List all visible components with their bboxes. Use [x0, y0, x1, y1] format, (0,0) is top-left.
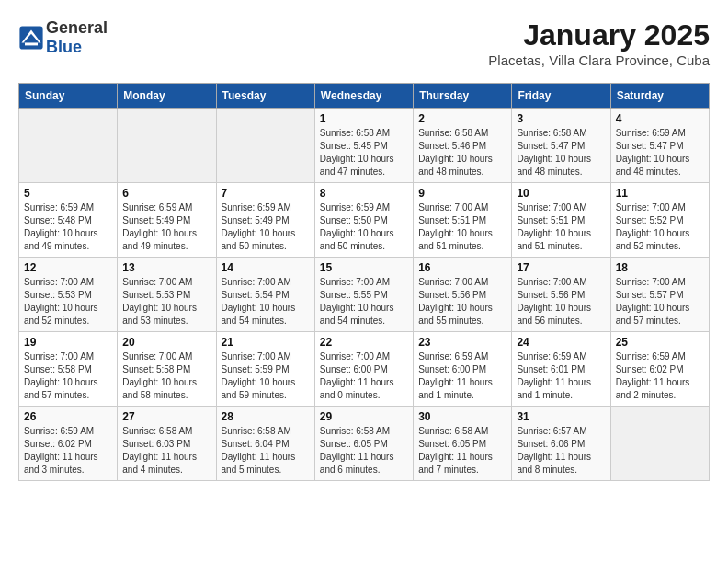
day-number: 3	[517, 112, 605, 125]
calendar-cell: 22Sunrise: 7:00 AM Sunset: 6:00 PM Dayli…	[314, 332, 413, 407]
week-row: 26Sunrise: 6:59 AM Sunset: 6:02 PM Dayli…	[19, 407, 710, 481]
page-title: January 2025	[488, 18, 710, 52]
day-detail: Sunrise: 7:00 AM Sunset: 5:58 PM Dayligh…	[24, 350, 112, 402]
day-detail: Sunrise: 6:58 AM Sunset: 6:03 PM Dayligh…	[122, 425, 210, 477]
day-detail: Sunrise: 6:59 AM Sunset: 5:47 PM Dayligh…	[616, 127, 704, 178]
calendar-cell: 14Sunrise: 7:00 AM Sunset: 5:54 PM Dayli…	[216, 258, 314, 332]
day-detail: Sunrise: 6:58 AM Sunset: 6:05 PM Dayligh…	[418, 425, 506, 477]
day-number: 24	[517, 336, 605, 349]
day-number: 16	[418, 261, 506, 274]
calendar-cell: 19Sunrise: 7:00 AM Sunset: 5:58 PM Dayli…	[19, 332, 118, 407]
day-detail: Sunrise: 7:00 AM Sunset: 5:56 PM Dayligh…	[517, 276, 605, 327]
day-detail: Sunrise: 6:59 AM Sunset: 6:00 PM Dayligh…	[418, 350, 506, 402]
day-detail: Sunrise: 6:59 AM Sunset: 5:49 PM Dayligh…	[222, 201, 310, 253]
day-number: 15	[320, 261, 408, 274]
day-number: 4	[616, 112, 704, 125]
day-number: 1	[320, 112, 408, 125]
weekday-header: Wednesday	[314, 84, 413, 109]
day-number: 8	[320, 187, 408, 200]
day-detail: Sunrise: 7:00 AM Sunset: 5:53 PM Dayligh…	[122, 276, 210, 327]
day-number: 18	[616, 261, 704, 274]
calendar-cell: 1Sunrise: 6:58 AM Sunset: 5:45 PM Daylig…	[314, 109, 413, 183]
day-detail: Sunrise: 6:58 AM Sunset: 5:45 PM Dayligh…	[320, 127, 408, 178]
calendar-cell: 2Sunrise: 6:58 AM Sunset: 5:46 PM Daylig…	[414, 109, 512, 183]
calendar-cell: 20Sunrise: 7:00 AM Sunset: 5:58 PM Dayli…	[118, 332, 216, 407]
day-detail: Sunrise: 7:00 AM Sunset: 5:51 PM Dayligh…	[517, 201, 605, 253]
week-row: 5Sunrise: 6:59 AM Sunset: 5:48 PM Daylig…	[19, 183, 710, 258]
calendar-cell: 9Sunrise: 7:00 AM Sunset: 5:51 PM Daylig…	[414, 183, 512, 258]
logo-text: General Blue	[46, 18, 108, 57]
day-detail: Sunrise: 6:59 AM Sunset: 6:02 PM Dayligh…	[24, 425, 112, 477]
week-row: 19Sunrise: 7:00 AM Sunset: 5:58 PM Dayli…	[19, 332, 710, 407]
day-detail: Sunrise: 7:00 AM Sunset: 5:52 PM Dayligh…	[616, 201, 704, 253]
day-detail: Sunrise: 7:00 AM Sunset: 5:54 PM Dayligh…	[222, 276, 310, 327]
weekday-header: Monday	[118, 84, 216, 109]
day-detail: Sunrise: 6:59 AM Sunset: 5:50 PM Dayligh…	[320, 201, 408, 253]
day-detail: Sunrise: 7:00 AM Sunset: 5:59 PM Dayligh…	[222, 350, 310, 402]
day-number: 7	[222, 187, 310, 200]
calendar-cell: 12Sunrise: 7:00 AM Sunset: 5:53 PM Dayli…	[19, 258, 118, 332]
day-number: 11	[616, 187, 704, 200]
calendar-cell: 4Sunrise: 6:59 AM Sunset: 5:47 PM Daylig…	[610, 109, 709, 183]
day-number: 28	[222, 410, 310, 423]
weekday-header: Sunday	[19, 84, 118, 109]
day-detail: Sunrise: 7:00 AM Sunset: 5:58 PM Dayligh…	[122, 350, 210, 402]
calendar-table: SundayMondayTuesdayWednesdayThursdayFrid…	[18, 83, 710, 481]
day-number: 31	[517, 410, 605, 423]
day-number: 13	[122, 261, 210, 274]
day-number: 9	[418, 187, 506, 200]
day-detail: Sunrise: 7:00 AM Sunset: 5:56 PM Dayligh…	[418, 276, 506, 327]
calendar-cell: 25Sunrise: 6:59 AM Sunset: 6:02 PM Dayli…	[610, 332, 709, 407]
week-row: 1Sunrise: 6:58 AM Sunset: 5:45 PM Daylig…	[19, 109, 710, 183]
calendar-cell	[19, 109, 118, 183]
calendar-cell: 26Sunrise: 6:59 AM Sunset: 6:02 PM Dayli…	[19, 407, 118, 481]
day-number: 14	[222, 261, 310, 274]
day-number: 25	[616, 336, 704, 349]
calendar-cell: 24Sunrise: 6:59 AM Sunset: 6:01 PM Dayli…	[512, 332, 610, 407]
day-number: 26	[24, 410, 112, 423]
day-detail: Sunrise: 6:59 AM Sunset: 6:01 PM Dayligh…	[517, 350, 605, 402]
calendar-cell: 28Sunrise: 6:58 AM Sunset: 6:04 PM Dayli…	[216, 407, 314, 481]
day-number: 6	[122, 187, 210, 200]
day-detail: Sunrise: 6:58 AM Sunset: 6:05 PM Dayligh…	[320, 425, 408, 477]
calendar-cell: 29Sunrise: 6:58 AM Sunset: 6:05 PM Dayli…	[314, 407, 413, 481]
calendar-cell: 13Sunrise: 7:00 AM Sunset: 5:53 PM Dayli…	[118, 258, 216, 332]
calendar-cell: 11Sunrise: 7:00 AM Sunset: 5:52 PM Dayli…	[610, 183, 709, 258]
calendar-cell: 30Sunrise: 6:58 AM Sunset: 6:05 PM Dayli…	[414, 407, 512, 481]
logo-icon	[18, 25, 44, 51]
calendar-cell	[118, 109, 216, 183]
day-detail: Sunrise: 7:00 AM Sunset: 5:57 PM Dayligh…	[616, 276, 704, 327]
day-number: 19	[24, 336, 112, 349]
calendar-cell: 27Sunrise: 6:58 AM Sunset: 6:03 PM Dayli…	[118, 407, 216, 481]
logo-blue: Blue	[46, 38, 82, 56]
calendar-cell: 21Sunrise: 7:00 AM Sunset: 5:59 PM Dayli…	[216, 332, 314, 407]
day-detail: Sunrise: 6:59 AM Sunset: 5:49 PM Dayligh…	[122, 201, 210, 253]
day-number: 5	[24, 187, 112, 200]
header-row: SundayMondayTuesdayWednesdayThursdayFrid…	[19, 84, 710, 109]
logo-general: General	[46, 18, 108, 37]
day-number: 21	[222, 336, 310, 349]
day-detail: Sunrise: 7:00 AM Sunset: 5:55 PM Dayligh…	[320, 276, 408, 327]
day-detail: Sunrise: 6:59 AM Sunset: 5:48 PM Dayligh…	[24, 201, 112, 253]
day-number: 12	[24, 261, 112, 274]
calendar-cell: 8Sunrise: 6:59 AM Sunset: 5:50 PM Daylig…	[314, 183, 413, 258]
week-row: 12Sunrise: 7:00 AM Sunset: 5:53 PM Dayli…	[19, 258, 710, 332]
day-number: 10	[517, 187, 605, 200]
day-detail: Sunrise: 6:57 AM Sunset: 6:06 PM Dayligh…	[517, 425, 605, 477]
day-detail: Sunrise: 7:00 AM Sunset: 6:00 PM Dayligh…	[320, 350, 408, 402]
day-number: 2	[418, 112, 506, 125]
calendar-cell: 5Sunrise: 6:59 AM Sunset: 5:48 PM Daylig…	[19, 183, 118, 258]
day-detail: Sunrise: 6:58 AM Sunset: 5:46 PM Dayligh…	[418, 127, 506, 178]
day-detail: Sunrise: 6:59 AM Sunset: 6:02 PM Dayligh…	[616, 350, 704, 402]
weekday-header: Friday	[512, 84, 610, 109]
title-block: January 2025 Placetas, Villa Clara Provi…	[488, 18, 710, 68]
calendar-cell: 18Sunrise: 7:00 AM Sunset: 5:57 PM Dayli…	[610, 258, 709, 332]
day-number: 17	[517, 261, 605, 274]
calendar-cell: 10Sunrise: 7:00 AM Sunset: 5:51 PM Dayli…	[512, 183, 610, 258]
page-subtitle: Placetas, Villa Clara Province, Cuba	[488, 52, 710, 68]
calendar-cell: 23Sunrise: 6:59 AM Sunset: 6:00 PM Dayli…	[414, 332, 512, 407]
day-number: 23	[418, 336, 506, 349]
calendar-cell: 6Sunrise: 6:59 AM Sunset: 5:49 PM Daylig…	[118, 183, 216, 258]
weekday-header: Thursday	[414, 84, 512, 109]
calendar-cell: 16Sunrise: 7:00 AM Sunset: 5:56 PM Dayli…	[414, 258, 512, 332]
